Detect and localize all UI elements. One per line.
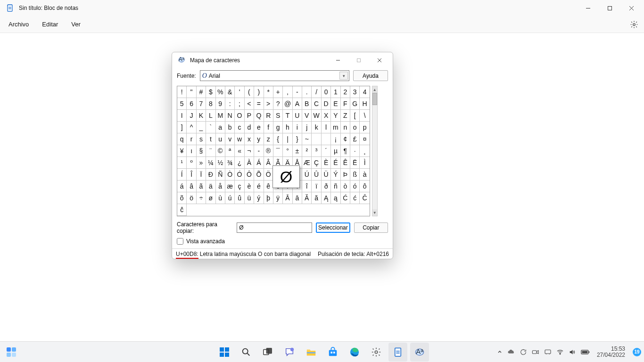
char-cell[interactable]: 7 bbox=[197, 98, 206, 110]
menu-file[interactable]: Archivo bbox=[3, 19, 34, 30]
char-cell[interactable]: ¯ bbox=[273, 145, 283, 157]
char-cell[interactable]: ¶ bbox=[341, 145, 350, 157]
char-cell[interactable]: ) bbox=[254, 86, 264, 98]
char-cell[interactable]: m bbox=[331, 122, 340, 133]
char-cell[interactable]: ô bbox=[360, 181, 369, 192]
char-cell[interactable]: J bbox=[187, 110, 196, 122]
char-cell[interactable]: º bbox=[187, 157, 196, 169]
char-cell[interactable]: y bbox=[254, 133, 264, 145]
char-cell[interactable]: - bbox=[254, 145, 264, 157]
char-cell[interactable]: Ð bbox=[206, 169, 215, 181]
char-cell[interactable]: ° bbox=[283, 145, 292, 157]
char-cell[interactable]: p bbox=[360, 122, 369, 133]
char-cell[interactable]: Î bbox=[187, 169, 196, 181]
char-cell[interactable]: _ bbox=[197, 122, 206, 133]
charmap-minimize[interactable] bbox=[328, 53, 348, 68]
char-cell[interactable]: N bbox=[225, 110, 235, 122]
char-cell[interactable]: Ì bbox=[360, 157, 369, 169]
char-cell[interactable]: ñ bbox=[331, 181, 340, 192]
char-cell[interactable]: : bbox=[225, 98, 235, 110]
char-cell[interactable]: ÿ bbox=[273, 192, 283, 204]
char-cell[interactable]: u bbox=[216, 133, 225, 145]
char-cell[interactable]: % bbox=[216, 86, 225, 98]
menu-view[interactable]: Ver bbox=[66, 19, 86, 30]
char-cell[interactable]: ³ bbox=[312, 145, 321, 157]
char-cell[interactable]: . bbox=[302, 86, 312, 98]
char-cell[interactable]: 4 bbox=[360, 86, 369, 98]
char-cell[interactable]: æ bbox=[225, 181, 235, 192]
char-cell[interactable]: © bbox=[216, 145, 225, 157]
char-cell[interactable]: Ĉ bbox=[360, 192, 369, 204]
char-cell[interactable]: ¹ bbox=[177, 157, 187, 169]
char-cell[interactable]: I bbox=[177, 110, 187, 122]
char-cell[interactable]: ^ bbox=[187, 122, 196, 133]
char-cell[interactable]: ß bbox=[350, 169, 360, 181]
char-cell[interactable]: à bbox=[360, 169, 369, 181]
char-cell[interactable]: Û bbox=[312, 169, 321, 181]
char-cell[interactable]: Ò bbox=[225, 169, 235, 181]
char-cell[interactable]: ] bbox=[177, 122, 187, 133]
taskbar-settings[interactable] bbox=[367, 343, 386, 362]
char-cell[interactable]: ¸ bbox=[360, 145, 369, 157]
char-cell[interactable] bbox=[312, 133, 321, 145]
char-cell[interactable]: + bbox=[273, 86, 283, 98]
char-cell[interactable]: ý bbox=[254, 192, 264, 204]
char-cell[interactable]: ² bbox=[302, 145, 312, 157]
char-cell[interactable]: 1 bbox=[331, 86, 340, 98]
char-cell[interactable]: Ą bbox=[322, 192, 331, 204]
settings-gear-icon[interactable] bbox=[627, 17, 641, 32]
char-cell[interactable]: E bbox=[331, 98, 340, 110]
char-cell[interactable]: ï bbox=[312, 181, 321, 192]
char-cell[interactable]: x bbox=[245, 133, 254, 145]
char-cell[interactable]: i bbox=[293, 122, 302, 133]
char-cell[interactable]: É bbox=[331, 157, 340, 169]
char-cell[interactable]: ¨ bbox=[206, 145, 215, 157]
char-cell[interactable]: b bbox=[225, 122, 235, 133]
copy-button[interactable]: Copiar bbox=[354, 222, 388, 233]
char-cell[interactable]: w bbox=[235, 133, 244, 145]
char-cell[interactable]: O bbox=[235, 110, 244, 122]
char-cell[interactable]: D bbox=[322, 98, 331, 110]
char-cell[interactable]: ā bbox=[293, 192, 302, 204]
char-cell[interactable]: · bbox=[350, 145, 360, 157]
char-cell[interactable]: ç bbox=[235, 181, 244, 192]
char-cell[interactable]: å bbox=[216, 181, 225, 192]
char-cell[interactable]: £ bbox=[350, 133, 360, 145]
char-cell[interactable]: ÷ bbox=[197, 192, 206, 204]
char-cell[interactable]: ( bbox=[245, 86, 254, 98]
char-cell[interactable]: ¡ bbox=[331, 133, 340, 145]
close-button[interactable] bbox=[620, 0, 642, 16]
char-cell[interactable] bbox=[322, 133, 331, 145]
char-cell[interactable]: 5 bbox=[177, 98, 187, 110]
char-cell[interactable]: ª bbox=[225, 145, 235, 157]
char-cell[interactable]: ă bbox=[312, 192, 321, 204]
start-button[interactable] bbox=[215, 343, 234, 362]
char-cell[interactable]: ú bbox=[225, 192, 235, 204]
char-cell[interactable]: W bbox=[312, 110, 321, 122]
char-cell[interactable]: h bbox=[283, 122, 292, 133]
char-cell[interactable]: & bbox=[225, 86, 235, 98]
char-cell[interactable]: « bbox=[235, 145, 244, 157]
tray-wifi-icon[interactable] bbox=[556, 348, 564, 356]
scroll-up-icon[interactable]: ▲ bbox=[372, 86, 377, 93]
char-cell[interactable]: ĉ bbox=[177, 204, 187, 216]
char-cell[interactable]: - bbox=[293, 86, 302, 98]
char-cell[interactable]: B bbox=[302, 98, 312, 110]
char-cell[interactable]: A bbox=[293, 98, 302, 110]
char-cell[interactable]: ¤ bbox=[360, 133, 369, 145]
task-view-button[interactable] bbox=[258, 343, 277, 362]
tray-language-icon[interactable] bbox=[544, 348, 552, 356]
char-cell[interactable]: Ý bbox=[331, 169, 340, 181]
char-cell[interactable]: Q bbox=[254, 110, 264, 122]
char-cell[interactable]: Ā bbox=[283, 192, 292, 204]
help-button[interactable]: Ayuda bbox=[353, 70, 388, 81]
char-cell[interactable]: õ bbox=[177, 192, 187, 204]
char-cell[interactable]: ! bbox=[177, 86, 187, 98]
char-cell[interactable]: û bbox=[235, 192, 244, 204]
char-cell[interactable]: K bbox=[197, 110, 206, 122]
char-cell[interactable]: s bbox=[197, 133, 206, 145]
char-cell[interactable]: Ñ bbox=[216, 169, 225, 181]
grid-scrollbar[interactable]: ▲ ▼ bbox=[372, 86, 378, 216]
char-cell[interactable]: ć bbox=[350, 192, 360, 204]
select-button[interactable]: Seleccionar bbox=[316, 222, 350, 233]
